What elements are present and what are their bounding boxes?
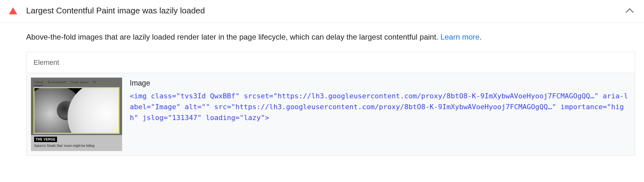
element-label: Image (130, 78, 628, 89)
thumbnail-source-badge: THE VERGE (34, 137, 57, 142)
audit-description: Above-the-fold images that are lazily lo… (26, 31, 635, 43)
thumb-tab: Outer space (71, 80, 89, 86)
thumbnail-caption: THE VERGE Saturn's 'Death Star' moon mig… (31, 135, 122, 151)
thumbnail-image-highlight (33, 87, 120, 134)
fail-triangle-icon (9, 7, 17, 14)
audit-description-text: Above-the-fold images that are lazily lo… (26, 33, 440, 41)
element-code-snippet: <img class="tvs3Id QwxBBf" srcset="https… (130, 91, 628, 123)
thumb-tab: Environment (48, 80, 66, 86)
thumbnail-headline: Saturn's 'Death Star' moon might be hidi… (34, 144, 94, 148)
element-thumbnail: Latest Environment Outer space H THE VER… (31, 78, 122, 151)
thumb-tab: Latest (34, 80, 43, 86)
table-row: Latest Environment Outer space H THE VER… (26, 73, 635, 155)
audit-title: Largest Contentful Paint image was lazil… (26, 4, 627, 17)
thumbnail-tabs: Latest Environment Outer space H (34, 80, 119, 86)
period: . (479, 33, 482, 41)
learn-more-link[interactable]: Learn more (440, 33, 479, 41)
table-header: Element (26, 52, 635, 73)
audit-body: Above-the-fold images that are lazily lo… (0, 23, 644, 159)
thumb-tab: H (93, 80, 95, 86)
element-table: Element Latest Environment Outer space H (26, 52, 635, 156)
audit-header[interactable]: Largest Contentful Paint image was lazil… (0, 0, 644, 23)
element-cell: Image <img class="tvs3Id QwxBBf" srcset=… (130, 78, 628, 123)
chevron-up-icon (626, 8, 633, 16)
